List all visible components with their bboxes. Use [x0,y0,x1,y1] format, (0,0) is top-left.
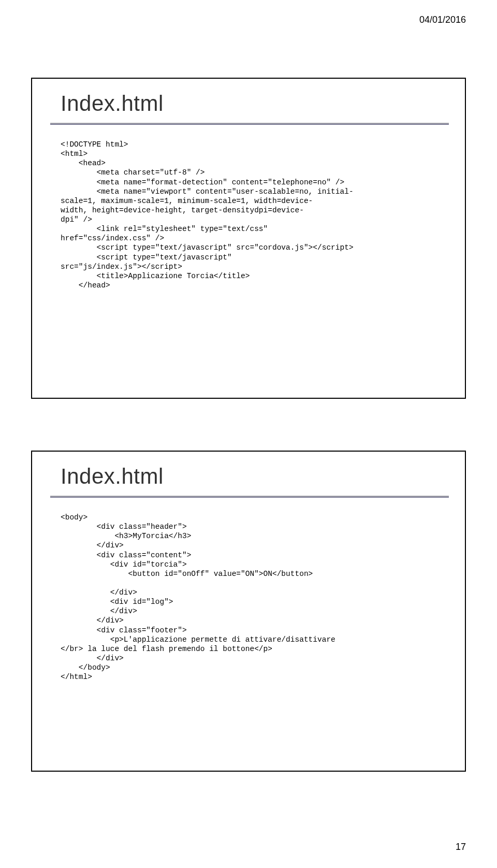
page-date: 04/01/2016 [419,15,466,25]
title-divider-2 [50,496,449,498]
slide-box-1: Index.html <!DOCTYPE html> <html> <head>… [31,78,466,399]
code-block-2: <body> <div class="header"> <h3>MyTorcia… [61,513,444,682]
page-number: 17 [456,842,466,852]
slide-box-2: Index.html <body> <div class="header"> <… [31,451,466,772]
code-block-1: <!DOCTYPE html> <html> <head> <meta char… [61,140,444,290]
title-divider-1 [50,123,449,125]
slide-title-1: Index.html [61,91,164,116]
slide-title-2: Index.html [61,464,164,489]
